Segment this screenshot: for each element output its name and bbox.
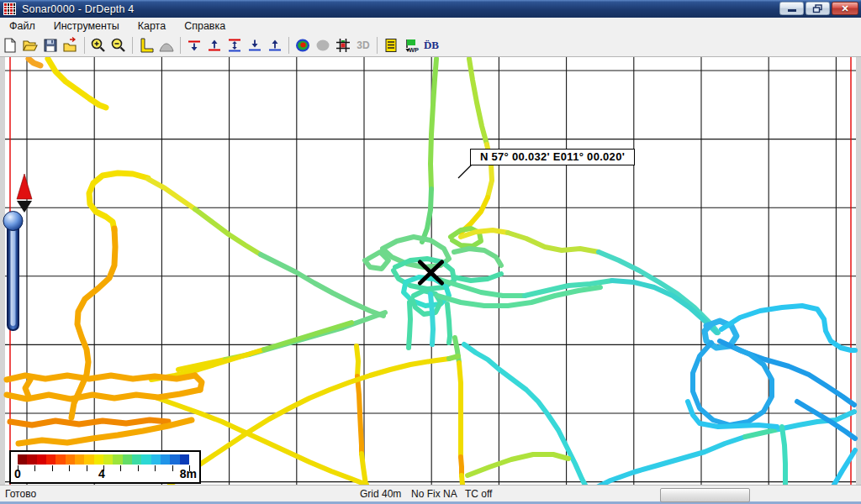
app-icon: [3, 3, 16, 15]
axes-icon: [138, 37, 155, 54]
status-tc: TC off: [465, 488, 492, 500]
depth-map-button[interactable]: [293, 36, 313, 55]
menu-help[interactable]: Справка: [175, 18, 235, 34]
table-icon: [383, 37, 399, 54]
status-ready: Готово: [5, 488, 36, 500]
coordinate-label: N 57° 00.032' E011° 00.020': [470, 149, 635, 165]
menu-tools[interactable]: Инструменты: [45, 18, 129, 34]
restore-button[interactable]: [806, 2, 830, 15]
restore-icon: [812, 4, 823, 13]
svg-text:WP: WP: [409, 46, 419, 54]
marker-up-blue-icon: [267, 37, 283, 54]
depth-map-icon: [294, 37, 311, 54]
marker-up-red-icon: [206, 37, 223, 54]
bottom-profile-button[interactable]: [157, 36, 177, 55]
depth-color-scale: [18, 454, 189, 465]
toolbar: 3D WP D̈B: [0, 34, 861, 57]
zoom-out-button[interactable]: [109, 36, 129, 55]
open-folder-icon: [22, 37, 39, 54]
marker-down-red-button[interactable]: [185, 36, 204, 55]
slider-thumb[interactable]: [3, 212, 23, 231]
menu-bar: Файл Инструменты Карта Справка: [0, 18, 861, 34]
status-gps-fix: No Fix: [411, 488, 441, 500]
profile-axes-button[interactable]: [137, 36, 156, 55]
window-title: Sonar0000 - DrDepth 4: [22, 3, 134, 15]
depth-table-button[interactable]: [382, 36, 401, 55]
zoom-in-button[interactable]: [89, 36, 108, 55]
toolbar-separator: [180, 37, 181, 54]
status-progress-thumb[interactable]: [660, 488, 750, 502]
import-file-button[interactable]: [61, 36, 81, 55]
zoom-out-icon: [110, 37, 127, 54]
title-bar[interactable]: Sonar0000 - DrDepth 4 ✕: [0, 0, 861, 18]
depth-legend: 0 4 8m: [9, 450, 201, 484]
database-button[interactable]: D̈B: [422, 36, 441, 55]
close-button[interactable]: ✕: [832, 2, 858, 15]
depth-map-gray-button[interactable]: [314, 36, 333, 55]
save-button[interactable]: [41, 36, 61, 55]
zoom-in-icon: [90, 37, 107, 54]
slider-track-core: [11, 219, 16, 326]
marker-up-red-button[interactable]: [205, 36, 224, 55]
map-area: N 57° 00.032' E011° 00.020' 0 4 8m: [0, 57, 861, 485]
waypoints-button[interactable]: WP: [402, 36, 421, 55]
view-3d-label: 3D: [357, 39, 369, 51]
marker-down-blue-icon: [246, 37, 263, 54]
gray-blob-icon: [314, 37, 331, 54]
minimize-icon: [787, 4, 797, 13]
save-icon: [42, 37, 59, 54]
view-3d-button[interactable]: 3D: [354, 36, 373, 55]
marker-range-button[interactable]: [225, 36, 245, 55]
status-na: NA: [443, 488, 457, 500]
menu-file[interactable]: Файл: [0, 18, 45, 34]
status-bar: Готово Grid 40m No Fix NA TC off: [0, 485, 861, 504]
close-icon: ✕: [841, 3, 848, 14]
legend-tick-8m: 8m: [180, 467, 197, 480]
toolbar-separator: [132, 37, 133, 54]
minimize-button[interactable]: [779, 2, 804, 15]
app-window: Sonar0000 - DrDepth 4 ✕ Файл Инструменты…: [0, 0, 861, 504]
database-label: D̈B: [424, 39, 439, 52]
new-document-button[interactable]: [1, 36, 20, 55]
legend-tick-4: 4: [95, 467, 108, 480]
toolbar-separator: [377, 37, 378, 54]
sonar-map-canvas[interactable]: [0, 57, 861, 485]
menu-map[interactable]: Карта: [129, 18, 175, 34]
toolbar-separator: [84, 37, 85, 54]
import-folder-icon: [62, 37, 79, 54]
legend-tick-0: 0: [14, 467, 21, 480]
bottom-profile-icon: [158, 37, 175, 54]
toolbar-separator: [288, 37, 289, 54]
matrix-icon: [335, 37, 351, 54]
new-document-icon: [2, 37, 18, 54]
waypoint-flag-icon: WP: [403, 37, 420, 54]
marker-down-red-icon: [186, 37, 203, 54]
open-file-button[interactable]: [21, 36, 40, 55]
depth-matrix-button[interactable]: [334, 36, 353, 55]
status-grid-spacing: Grid 40m: [360, 488, 401, 500]
marker-range-icon: [226, 37, 243, 54]
marker-up-blue-button[interactable]: [266, 36, 285, 55]
marker-down-blue-button[interactable]: [246, 36, 265, 55]
